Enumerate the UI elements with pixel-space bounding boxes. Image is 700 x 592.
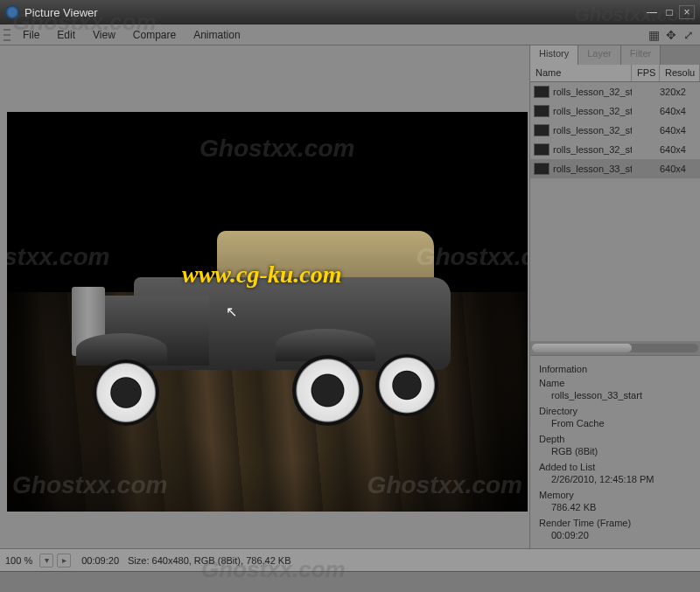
row-res: 640x4	[660, 144, 700, 155]
col-name[interactable]: Name	[530, 65, 632, 81]
col-fps[interactable]: FPS	[632, 65, 660, 81]
zoom-level[interactable]: 100 %	[5, 555, 32, 566]
tab-filter[interactable]: Filter	[621, 45, 661, 65]
row-name: rolls_lesson_32_start *	[553, 87, 632, 97]
window-title: Picture Viewer	[24, 6, 642, 19]
history-list: rolls_lesson_32_start * 320x2 rolls_less…	[530, 82, 700, 341]
row-name: rolls_lesson_32_start *	[553, 125, 632, 136]
info-memory-label: Memory	[539, 487, 696, 501]
menubar: File Edit View Compare Animation ▦ ✥ ⤢	[0, 24, 700, 45]
thumbnail-icon	[534, 163, 550, 175]
info-rendertime-label: Render Time (Frame)	[539, 515, 696, 529]
thumbnail-icon	[534, 124, 550, 136]
row-res: 640x4	[660, 125, 700, 136]
history-row[interactable]: rolls_lesson_32_start * 320x2	[530, 82, 700, 101]
titlebar[interactable]: Picture Viewer — □ ×	[0, 0, 700, 24]
menu-compare[interactable]: Compare	[124, 26, 185, 44]
render-viewport[interactable]: Ghostxx.com Ghostxx.com Ghostxx.com Ghos…	[7, 112, 528, 512]
move-icon[interactable]: ✥	[663, 27, 679, 43]
panels-icon[interactable]: ▦	[646, 27, 662, 43]
row-res: 640x4	[660, 164, 700, 174]
picture-viewer-window: Picture Viewer — □ × File Edit View Comp…	[0, 0, 700, 592]
thumbnail-icon	[534, 105, 550, 117]
statusbar: 100 % ▾ ▸ 00:09:20 Size: 640x480, RGB (8…	[0, 548, 700, 571]
maximize-button[interactable]: □	[662, 5, 677, 19]
history-row[interactable]: rolls_lesson_32_start * 640x4	[530, 101, 700, 121]
play-button[interactable]: ▸	[57, 554, 71, 568]
history-row[interactable]: rolls_lesson_32_start * 640x4	[530, 140, 700, 159]
menu-animation[interactable]: Animation	[185, 26, 248, 44]
info-name-label: Name	[539, 375, 696, 389]
render-car	[60, 208, 476, 440]
viewport-container: Ghostxx.com Ghostxx.com Ghostxx.com	[0, 45, 529, 548]
history-header: Name FPS Resolu	[530, 65, 700, 82]
info-added-value: 2/26/2010, 12:45:18 PM	[539, 473, 696, 487]
status-time: 00:09:20	[81, 555, 119, 566]
info-depth-label: Depth	[539, 431, 696, 445]
app-icon	[5, 5, 19, 19]
history-row[interactable]: rolls_lesson_32_start * 640x4	[530, 121, 700, 140]
info-directory-label: Directory	[539, 403, 696, 417]
col-res[interactable]: Resolu	[660, 65, 700, 81]
row-res: 640x4	[660, 106, 700, 116]
status-size: Size: 640x480, RGB (8Bit), 786.42 KB	[128, 555, 291, 566]
row-res: 320x2	[660, 87, 700, 97]
history-scrollbar[interactable]	[530, 341, 700, 355]
info-directory-value: From Cache	[539, 417, 696, 431]
info-panel: Information Name rolls_lesson_33_start D…	[530, 355, 700, 548]
zoom-dropdown-icon[interactable]: ▾	[39, 554, 53, 568]
info-header: Information	[539, 361, 696, 375]
info-memory-value: 786.42 KB	[539, 501, 696, 515]
close-button[interactable]: ×	[679, 5, 695, 19]
side-panel: Ghostxx.com History Layer Filter Name FP…	[529, 45, 700, 548]
row-name: rolls_lesson_33_start *	[553, 164, 632, 174]
menu-file[interactable]: File	[14, 26, 48, 44]
main-area: Ghostxx.com Ghostxx.com Ghostxx.com	[0, 45, 700, 548]
thumbnail-icon	[534, 86, 550, 98]
info-added-label: Added to List	[539, 459, 696, 473]
bottom-strip	[0, 571, 700, 592]
expand-icon[interactable]: ⤢	[681, 27, 696, 43]
info-depth-value: RGB (8Bit)	[539, 445, 696, 459]
tab-history[interactable]: History	[530, 45, 578, 65]
side-tabs: History Layer Filter	[530, 45, 700, 65]
menu-view[interactable]: View	[84, 26, 124, 44]
menu-edit[interactable]: Edit	[48, 26, 84, 44]
row-name: rolls_lesson_32_start *	[553, 106, 632, 116]
history-row[interactable]: rolls_lesson_33_start * 640x4	[530, 159, 700, 178]
minimize-button[interactable]: —	[644, 5, 660, 19]
thumbnail-icon	[534, 143, 550, 156]
scrollbar-thumb[interactable]	[532, 344, 632, 352]
info-rendertime-value: 00:09:20	[539, 529, 696, 543]
menubar-handle[interactable]	[4, 27, 10, 43]
row-name: rolls_lesson_32_start *	[553, 144, 632, 155]
info-name-value: rolls_lesson_33_start	[539, 389, 696, 403]
tab-layer[interactable]: Layer	[578, 45, 621, 65]
